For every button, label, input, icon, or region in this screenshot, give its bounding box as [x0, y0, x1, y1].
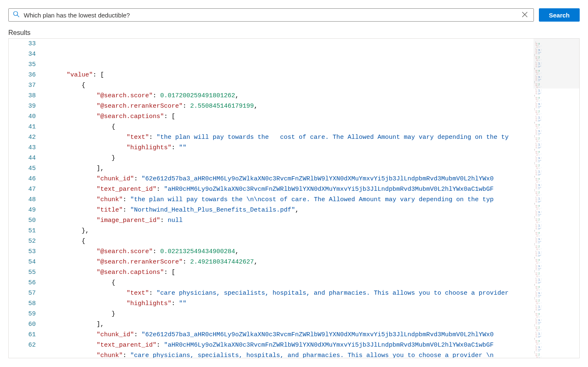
line-number: 45: [9, 163, 36, 174]
code-line[interactable]: "@search.score": 0.017200259491801262,: [52, 91, 533, 101]
code-line[interactable]: "image_parent_id": null: [52, 215, 533, 226]
code-line[interactable]: "@search.rerankerScore": 2.5508451461791…: [52, 101, 533, 111]
code-line[interactable]: }: [52, 153, 533, 163]
code-line[interactable]: "chunk": "the plan will pay towards the …: [52, 195, 533, 205]
code-line[interactable]: {: [52, 278, 533, 288]
search-bar: Search: [8, 8, 580, 22]
code-line[interactable]: "chunk_id": "62e612d57ba3_aHR0cHM6Ly9oZW…: [52, 330, 533, 340]
code-line[interactable]: "text_parent_id": "aHR0cHM6Ly9oZWlkaXN0c…: [52, 340, 533, 350]
line-number-gutter: 3334353637383940414243444546474849505152…: [9, 39, 44, 358]
code-line[interactable]: {: [52, 122, 533, 132]
line-number: 40: [9, 111, 36, 122]
line-number: 37: [9, 80, 36, 91]
search-button[interactable]: Search: [539, 8, 580, 22]
line-number: 49: [9, 205, 36, 215]
code-line[interactable]: }: [52, 309, 533, 319]
svg-line-1: [17, 15, 19, 17]
fold-bar[interactable]: [44, 39, 52, 358]
code-line[interactable]: ],: [52, 163, 533, 174]
line-number: 36: [9, 70, 36, 80]
code-line[interactable]: "value": [: [52, 70, 533, 80]
line-number: 47: [9, 184, 36, 195]
line-number: 35: [9, 59, 36, 70]
line-number: 61: [9, 330, 36, 340]
results-heading: Results: [8, 29, 580, 37]
json-editor[interactable]: 3334353637383940414243444546474849505152…: [8, 38, 580, 358]
line-number: 50: [9, 215, 36, 226]
line-number: 58: [9, 298, 36, 309]
code-line[interactable]: "@search.score": 0.022132549434900284,: [52, 246, 533, 257]
line-number: 51: [9, 226, 36, 236]
clear-search-button[interactable]: [520, 10, 529, 20]
line-number: 56: [9, 278, 36, 288]
line-number: 52: [9, 236, 36, 246]
code-line[interactable]: "@search.captions": [: [52, 111, 533, 122]
search-input-container: [8, 8, 534, 22]
line-number: 48: [9, 195, 36, 205]
search-input[interactable]: [24, 12, 520, 19]
code-line[interactable]: "text": "the plan will pay towards the c…: [52, 132, 533, 143]
line-number: 38: [9, 91, 36, 101]
line-number: 39: [9, 101, 36, 111]
code-line[interactable]: "text": "care physicians, specialists, h…: [52, 288, 533, 298]
code-line[interactable]: "text_parent_id": "aHR0cHM6Ly9oZWlkaXN0c…: [52, 184, 533, 195]
line-number: 59: [9, 309, 36, 319]
code-line[interactable]: "chunk_id": "62e612d57ba3_aHR0cHM6Ly9oZW…: [52, 174, 533, 184]
line-number: 34: [9, 49, 36, 59]
line-number: 44: [9, 153, 36, 163]
code-line[interactable]: "title": "Northwind_Health_Plus_Benefits…: [52, 205, 533, 215]
line-number: 62: [9, 340, 36, 350]
svg-point-0: [14, 12, 18, 16]
code-line[interactable]: {: [52, 236, 533, 246]
line-number: 46: [9, 174, 36, 184]
code-line[interactable]: ],: [52, 319, 533, 330]
line-number: 43: [9, 143, 36, 153]
code-line[interactable]: "chunk": "care physicians, specialists, …: [52, 350, 533, 358]
code-line[interactable]: "@search.rerankerScore": 2.4921803474426…: [52, 257, 533, 267]
code-line[interactable]: "@search.captions": [: [52, 267, 533, 278]
search-icon: [13, 11, 24, 19]
code-area[interactable]: "value": [ { "@search.score": 0.01720025…: [44, 39, 533, 358]
line-number: 33: [9, 39, 36, 49]
line-number: 57: [9, 288, 36, 298]
code-line[interactable]: "highlights": "": [52, 298, 533, 309]
minimap[interactable]: { "k": 0.01 "k": 2.55 "k": [ "t": "..." …: [533, 39, 579, 358]
code-line[interactable]: {: [52, 80, 533, 91]
close-icon: [522, 12, 528, 19]
line-number: 41: [9, 122, 36, 132]
code-line[interactable]: "highlights": "": [52, 143, 533, 153]
code-line[interactable]: },: [52, 226, 533, 236]
line-number: 42: [9, 132, 36, 143]
line-number: 54: [9, 257, 36, 267]
minimap-viewport[interactable]: [533, 39, 579, 89]
line-number: 53: [9, 246, 36, 257]
line-number: 55: [9, 267, 36, 278]
line-number: 60: [9, 319, 36, 330]
